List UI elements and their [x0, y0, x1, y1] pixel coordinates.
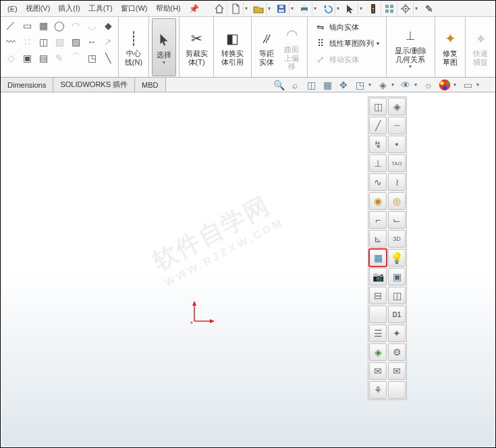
open-drop[interactable]: ▾ [268, 5, 273, 11]
sketch-icon[interactable]: ✎ [422, 2, 437, 16]
screen-icon[interactable]: ▭ [460, 79, 475, 91]
save-icon[interactable] [275, 2, 290, 16]
new-doc-icon[interactable] [229, 2, 244, 16]
vbar-puzzle-icon[interactable]: ⚘ [369, 381, 387, 399]
vbar-plane-icon[interactable]: ◫ [369, 98, 387, 115]
undo-drop[interactable]: ▾ [337, 5, 342, 11]
rect-icon[interactable]: ▭ [20, 18, 34, 33]
save-drop[interactable]: ▾ [291, 5, 296, 11]
cube3-icon[interactable]: ▨ [68, 34, 83, 49]
menu-help[interactable]: 帮助(H) [152, 3, 185, 13]
cube2-icon[interactable]: ▧ [52, 34, 67, 49]
tool2-icon[interactable]: ▣ [20, 51, 34, 65]
open-icon[interactable] [252, 2, 267, 16]
linear-pattern-button[interactable]: ⠿线性草图阵列 ▾ [314, 36, 379, 51]
tool1-icon[interactable]: ◇ [3, 51, 18, 65]
menu-view[interactable]: 视图(V) [22, 3, 55, 13]
vbar-box1-icon[interactable]: ▣ [388, 268, 406, 285]
eye-drop[interactable]: ▾ [414, 82, 420, 88]
zoom-area-icon[interactable]: ⌕ [287, 79, 302, 91]
pan-icon[interactable]: ✥ [336, 79, 351, 91]
display-style-icon[interactable]: ◳ [352, 79, 367, 91]
convert-button[interactable]: ◧ 转换实体引用 [217, 18, 248, 76]
display-style-drop[interactable]: ▾ [368, 82, 374, 88]
vbar-corner1-icon[interactable]: ⌐ [369, 211, 387, 229]
centerline-button[interactable]: ┊ 中心线(N) [121, 18, 146, 76]
ellipse-icon[interactable]: ◠ [68, 18, 83, 33]
trim-button[interactable]: ✂ 剪裁实体(T) [182, 18, 211, 76]
vbar-axis-icon[interactable]: ↯ [369, 136, 387, 153]
traffic-icon[interactable] [366, 2, 381, 16]
offset-button[interactable]: ⫽ 等距实体 [254, 18, 279, 76]
line-icon[interactable]: ／ [3, 18, 18, 33]
tab-solidworks-plugin[interactable]: SOLIDWORKS 插件 [53, 78, 135, 92]
arc-icon[interactable]: ◡ [84, 18, 99, 33]
arrow-icon[interactable]: ↗ [101, 34, 115, 49]
scene-icon[interactable]: ☼ [421, 79, 436, 91]
tab-mbd[interactable]: MBD [135, 78, 165, 92]
cube-drop[interactable]: ▾ [391, 82, 397, 88]
gear-drop[interactable]: ▾ [415, 5, 420, 11]
vbar-curve1-icon[interactable]: ∿ [369, 173, 387, 191]
eye-icon[interactable]: 👁 [398, 79, 413, 91]
select-button[interactable]: 选择 ▾ [152, 18, 176, 76]
options-icon[interactable] [383, 2, 397, 16]
vbar-dim-icon[interactable]: ⊥ [369, 155, 387, 172]
cursor-icon[interactable] [343, 2, 358, 16]
screen-drop[interactable]: ▾ [476, 82, 482, 88]
vbar-curve2-icon[interactable]: ≀ [388, 173, 406, 191]
vbar-gold2-icon[interactable]: ◎ [388, 192, 406, 210]
vbar-cube-green-icon[interactable]: ◈ [369, 343, 387, 361]
vbar-corner2-icon[interactable]: ⌙ [388, 211, 406, 229]
section-icon[interactable]: ◫ [304, 79, 319, 91]
vbar-lightbulb-icon[interactable]: 💡 [388, 249, 406, 267]
graphics-viewport[interactable]: 软件自学网 WWW.RJZXW.COM * ◫◈ ╱┈ ↯• ⊥TAG ∿≀ ◉… [1, 94, 495, 447]
tool6-icon[interactable]: ◳ [84, 51, 99, 65]
tool7-icon[interactable]: ╲ [101, 51, 115, 65]
vbar-blank1[interactable] [369, 306, 387, 323]
menu-tools[interactable]: 工具(T) [84, 3, 117, 13]
vbar-grid-icon[interactable]: ▦ [369, 249, 387, 267]
gear-icon[interactable] [399, 2, 414, 16]
vbar-mail2-icon[interactable]: ✉ [388, 362, 406, 380]
appearance-drop[interactable]: ▾ [453, 82, 459, 88]
repair-sketch-button[interactable]: ✦ 修复草图 [438, 18, 462, 76]
vbar-handle-icon[interactable]: ⊟ [369, 287, 387, 304]
vbar-point-icon[interactable]: • [388, 136, 406, 153]
circle-icon[interactable]: ◯ [52, 18, 67, 33]
print-drop[interactable]: ▾ [314, 5, 319, 11]
menu-window[interactable]: 窗口(W) [117, 3, 152, 13]
home-icon[interactable] [213, 2, 227, 16]
dim-icon[interactable]: ↔ [84, 34, 99, 49]
print-icon[interactable] [298, 2, 312, 16]
vbar-perp-icon[interactable]: ⊾ [369, 230, 387, 248]
zoom-fit-icon[interactable]: 🔍 [271, 79, 286, 91]
point-icon[interactable]: ∷ [20, 34, 34, 49]
vbar-dashline-icon[interactable]: ┈ [388, 117, 406, 134]
pin-icon[interactable]: 📌 [189, 4, 199, 13]
vbar-3dcube-icon[interactable]: ◈ [388, 98, 406, 115]
vbar-3d-icon[interactable]: 3D [388, 230, 406, 248]
show-relations-button[interactable]: ⟂ 显示/删除几何关系 ▾ [389, 18, 432, 76]
vbar-stack-icon[interactable]: ☰ [369, 325, 387, 342]
tab-dimensions[interactable]: Dimensions [1, 78, 53, 92]
tool4-icon[interactable]: ✎ [52, 51, 67, 65]
vbar-box2-icon[interactable]: ◫ [388, 287, 406, 304]
tool5-icon[interactable]: ⌒ [68, 51, 83, 65]
undo-icon[interactable] [321, 2, 335, 16]
cursor-drop[interactable]: ▾ [360, 5, 365, 11]
vbar-d1-icon[interactable]: D1 [388, 306, 406, 323]
grid-icon[interactable]: ▦ [36, 18, 51, 33]
menu-edit[interactable]: (E) [3, 5, 22, 13]
cube1-icon[interactable]: ◫ [36, 34, 51, 49]
new-doc-drop[interactable]: ▾ [245, 5, 250, 11]
mirror-button[interactable]: ⇋镜向实体 [314, 20, 379, 34]
tool3-icon[interactable]: ▤ [36, 51, 51, 65]
appearance-icon[interactable] [437, 79, 452, 91]
vbar-star-icon[interactable]: ✦ [388, 325, 406, 342]
menu-insert[interactable]: 插入(I) [54, 3, 84, 13]
vbar-mail1-icon[interactable]: ✉ [369, 362, 387, 380]
vbar-blank2[interactable] [388, 381, 406, 399]
vbar-gear-small-icon[interactable]: ⚙ [388, 343, 406, 361]
vbar-line-icon[interactable]: ╱ [369, 117, 387, 134]
